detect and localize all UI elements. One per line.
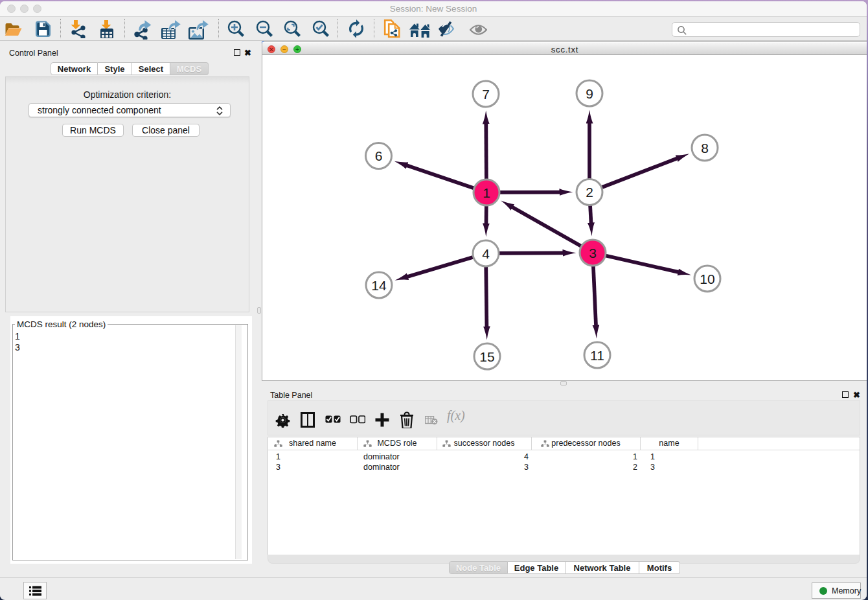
svg-text:15: 15: [479, 349, 494, 364]
svg-text:4: 4: [482, 246, 490, 261]
svg-text:7: 7: [482, 87, 490, 102]
svg-text:2: 2: [586, 185, 593, 200]
svg-text:8: 8: [701, 141, 709, 156]
svg-text:9: 9: [586, 86, 593, 101]
svg-text:6: 6: [375, 148, 383, 163]
svg-text:14: 14: [371, 278, 387, 293]
svg-text:3: 3: [589, 246, 597, 260]
svg-text:10: 10: [700, 271, 714, 286]
svg-text:1: 1: [483, 185, 490, 200]
svg-text:11: 11: [590, 348, 604, 363]
